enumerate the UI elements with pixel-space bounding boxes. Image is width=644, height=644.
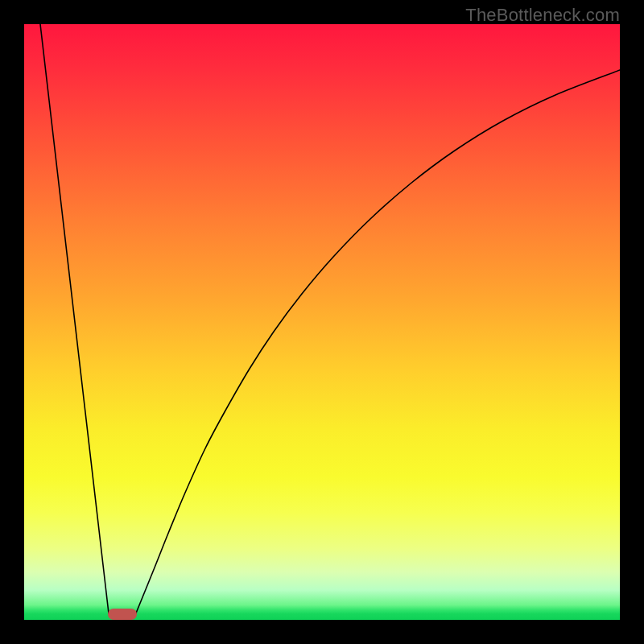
plot-area	[24, 24, 620, 620]
bottleneck-marker	[108, 609, 137, 620]
watermark-text: TheBottleneck.com	[465, 5, 620, 26]
series-left-linear	[40, 24, 109, 613]
series-right-curve	[135, 70, 620, 615]
curve-layer	[24, 24, 620, 620]
chart-frame: TheBottleneck.com	[0, 0, 644, 644]
